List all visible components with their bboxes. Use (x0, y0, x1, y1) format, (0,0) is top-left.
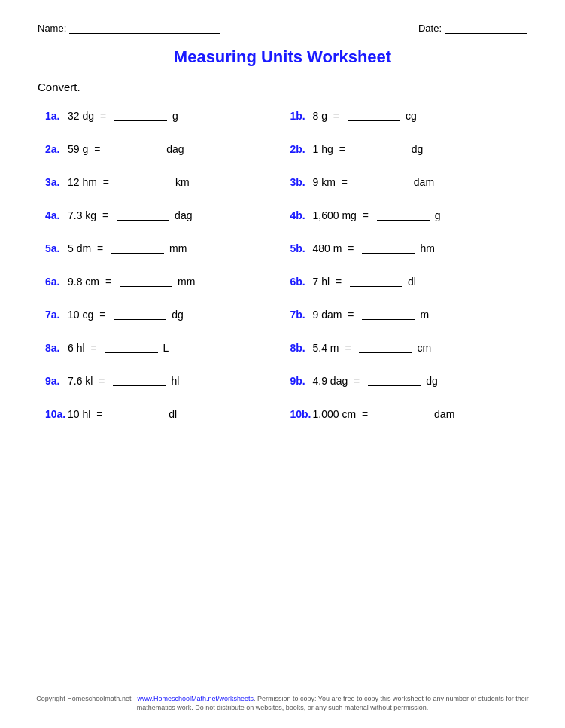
problem-blank-7a[interactable] (114, 309, 166, 320)
problem-op-5a: = (94, 242, 106, 254)
problem-row-4b: 4b. 1,600 mg = g (283, 199, 528, 232)
problem-blank-4b[interactable] (377, 210, 430, 221)
problem-unit-6b: dl (408, 276, 416, 288)
date-line (445, 23, 527, 34)
name-line (69, 23, 220, 34)
problem-row-10b: 10b. 1,000 cm = dam (283, 398, 528, 431)
problem-blank-1a[interactable] (114, 111, 167, 121)
problem-unit-5b: hm (420, 242, 434, 254)
problem-value-8b: 5.4 m (313, 342, 339, 354)
problem-row-6a: 6a. 9.8 cm = mm (38, 265, 283, 298)
date-label: Date: (418, 23, 442, 34)
problem-text-10b: 1,000 cm = dam (313, 408, 455, 420)
problem-text-8b: 5.4 m = cm (313, 342, 432, 354)
problem-unit-10b: dam (434, 408, 454, 420)
problem-blank-9a[interactable] (113, 376, 166, 386)
problem-op-7a: = (96, 309, 108, 321)
problem-value-10b: 1,000 cm (313, 408, 357, 420)
problem-text-2a: 59 g = dag (68, 143, 184, 155)
problem-blank-10b[interactable] (376, 409, 429, 419)
problem-op-3a: = (100, 176, 112, 188)
problem-blank-8b[interactable] (359, 343, 412, 353)
footer-link[interactable]: www.HomeschoolMath.net/worksheets (137, 695, 254, 702)
problem-num-3a: 3a. (45, 176, 68, 188)
problem-unit-3b: dam (414, 176, 434, 188)
problem-unit-9a: hl (171, 375, 179, 387)
footer-text: Copyright Homeschoolmath.net - www.Homes… (36, 695, 528, 712)
problem-num-5a: 5a. (45, 242, 68, 254)
problem-num-3b: 3b. (290, 176, 313, 188)
problem-num-4a: 4a. (45, 209, 68, 221)
problem-blank-10a[interactable] (111, 409, 163, 419)
problem-value-2b: 1 hg (313, 143, 333, 155)
problem-blank-3a[interactable] (117, 177, 170, 187)
problem-row-7a: 7a. 10 cg = dg (38, 298, 283, 331)
problem-unit-10a: dl (169, 408, 177, 420)
problem-value-7b: 9 dam (313, 309, 342, 321)
problem-op-8b: = (342, 342, 354, 354)
problem-text-9b: 4.9 dag = dg (313, 375, 438, 387)
problem-blank-5b[interactable] (362, 243, 415, 254)
problem-op-4b: = (360, 209, 372, 221)
problem-row-10a: 10a. 10 hl = dl (38, 398, 283, 431)
problem-row-9a: 9a. 7.6 kl = hl (38, 364, 283, 398)
problem-blank-1b[interactable] (348, 111, 400, 121)
worksheet-page: Name: Date: Measuring Units Worksheet Co… (0, 0, 565, 728)
problem-op-2b: = (336, 143, 348, 155)
problem-blank-8a[interactable] (105, 343, 158, 353)
problem-blank-6a[interactable] (120, 276, 172, 287)
problem-unit-6a: mm (178, 276, 195, 288)
problem-row-8a: 8a. 6 hl = L (38, 331, 283, 364)
problem-value-1a: 32 dg (68, 110, 94, 122)
problem-num-6b: 6b. (290, 276, 313, 288)
problem-row-5b: 5b. 480 m = hm (283, 232, 528, 265)
name-label: Name: (38, 23, 66, 34)
problem-text-8a: 6 hl = L (68, 342, 169, 354)
problem-blank-5a[interactable] (111, 243, 164, 254)
problem-blank-3b[interactable] (356, 177, 409, 187)
problem-num-1b: 1b. (290, 110, 313, 122)
problem-value-6a: 9.8 cm (68, 276, 99, 288)
problem-value-1b: 8 g (313, 110, 327, 122)
problem-op-5b: = (345, 242, 357, 254)
problem-num-8b: 8b. (290, 342, 313, 354)
problem-text-9a: 7.6 kl = hl (68, 375, 179, 387)
problem-unit-4a: dag (175, 209, 192, 221)
problems-grid: 1a. 32 dg = g 1b. 8 g = cg 2a. 59 g = (38, 99, 527, 431)
problem-blank-4a[interactable] (117, 210, 169, 221)
problem-unit-2a: dag (166, 143, 184, 155)
problem-num-1a: 1a. (45, 110, 68, 122)
problem-row-8b: 8b. 5.4 m = cm (283, 331, 528, 364)
problem-value-9b: 4.9 dag (313, 375, 348, 387)
problem-value-10a: 10 hl (68, 408, 90, 420)
problem-blank-2b[interactable] (354, 144, 406, 154)
problem-value-5b: 480 m (313, 242, 342, 254)
problem-row-7b: 7b. 9 dam = m (283, 298, 528, 331)
problem-unit-1b: cg (406, 110, 417, 122)
problem-num-7b: 7b. (290, 309, 313, 321)
problem-value-9a: 7.6 kl (68, 375, 93, 387)
problem-value-8a: 6 hl (68, 342, 85, 354)
problem-text-4b: 1,600 mg = g (313, 209, 441, 221)
problem-row-5a: 5a. 5 dm = mm (38, 232, 283, 265)
problem-unit-4b: g (435, 209, 441, 221)
problem-text-1b: 8 g = cg (313, 110, 417, 122)
problem-op-1a: = (97, 110, 109, 122)
problem-value-4b: 1,600 mg (313, 209, 357, 221)
problem-blank-2a[interactable] (108, 144, 161, 154)
problem-unit-8a: L (163, 342, 169, 354)
problem-blank-9b[interactable] (368, 376, 421, 386)
problem-op-10a: = (93, 408, 105, 420)
problem-row-4a: 4a. 7.3 kg = dag (38, 199, 283, 232)
problem-num-7a: 7a. (45, 309, 68, 321)
problem-unit-5a: mm (169, 242, 187, 254)
problem-num-5b: 5b. (290, 242, 313, 254)
problem-value-5a: 5 dm (68, 242, 91, 254)
problem-op-1b: = (330, 110, 342, 122)
problem-op-4a: = (99, 209, 111, 221)
problem-text-5b: 480 m = hm (313, 242, 435, 254)
problem-value-6b: 7 hl (313, 276, 330, 288)
problem-blank-7b[interactable] (362, 309, 415, 320)
problem-blank-6b[interactable] (350, 276, 402, 287)
problem-row-1b: 1b. 8 g = cg (283, 99, 528, 133)
